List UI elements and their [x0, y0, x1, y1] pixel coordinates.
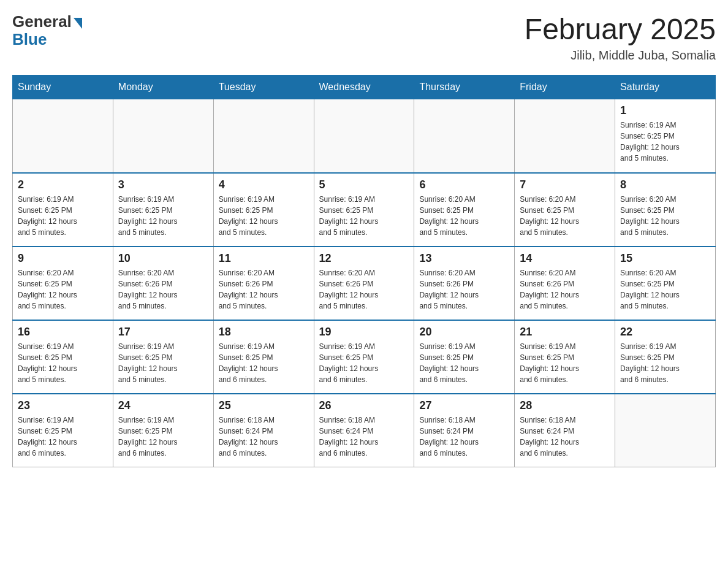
- table-row: 23Sunrise: 6:19 AM Sunset: 6:25 PM Dayli…: [13, 394, 113, 467]
- day-info: Sunrise: 6:19 AM Sunset: 6:25 PM Dayligh…: [219, 341, 309, 385]
- day-info: Sunrise: 6:20 AM Sunset: 6:25 PM Dayligh…: [620, 267, 710, 312]
- day-info: Sunrise: 6:20 AM Sunset: 6:25 PM Dayligh…: [620, 194, 710, 238]
- table-row: 24Sunrise: 6:19 AM Sunset: 6:25 PM Dayli…: [113, 394, 213, 467]
- location-text: Jilib, Middle Juba, Somalia: [525, 48, 716, 63]
- day-number: 12: [319, 252, 409, 265]
- day-info: Sunrise: 6:19 AM Sunset: 6:25 PM Dayligh…: [319, 194, 409, 238]
- table-row: [615, 394, 716, 467]
- logo: General Blue: [12, 12, 82, 49]
- col-tuesday: Tuesday: [213, 75, 314, 99]
- day-info: Sunrise: 6:19 AM Sunset: 6:25 PM Dayligh…: [18, 415, 108, 459]
- day-info: Sunrise: 6:20 AM Sunset: 6:25 PM Dayligh…: [18, 267, 108, 312]
- day-info: Sunrise: 6:19 AM Sunset: 6:25 PM Dayligh…: [118, 341, 208, 385]
- table-row: 13Sunrise: 6:20 AM Sunset: 6:26 PM Dayli…: [414, 247, 515, 320]
- logo-blue-text: Blue: [12, 30, 47, 49]
- day-info: Sunrise: 6:19 AM Sunset: 6:25 PM Dayligh…: [118, 415, 208, 459]
- table-row: 27Sunrise: 6:18 AM Sunset: 6:24 PM Dayli…: [414, 394, 515, 467]
- day-info: Sunrise: 6:18 AM Sunset: 6:24 PM Dayligh…: [319, 415, 409, 459]
- day-info: Sunrise: 6:19 AM Sunset: 6:25 PM Dayligh…: [520, 341, 610, 385]
- table-row: [515, 99, 615, 173]
- table-row: 14Sunrise: 6:20 AM Sunset: 6:26 PM Dayli…: [515, 247, 615, 320]
- table-row: [13, 99, 113, 173]
- day-number: 4: [219, 178, 309, 191]
- day-number: 2: [18, 178, 108, 191]
- day-number: 28: [520, 399, 610, 412]
- calendar-table: Sunday Monday Tuesday Wednesday Thursday…: [12, 75, 716, 467]
- table-row: 22Sunrise: 6:19 AM Sunset: 6:25 PM Dayli…: [615, 320, 716, 394]
- day-number: 11: [219, 252, 309, 265]
- col-sunday: Sunday: [13, 75, 113, 99]
- title-section: February 2025 Jilib, Middle Juba, Somali…: [525, 12, 716, 63]
- day-info: Sunrise: 6:18 AM Sunset: 6:24 PM Dayligh…: [520, 415, 610, 459]
- page-header: General Blue February 2025 Jilib, Middle…: [12, 12, 716, 63]
- day-number: 8: [620, 178, 710, 191]
- day-number: 13: [419, 252, 509, 265]
- table-row: 11Sunrise: 6:20 AM Sunset: 6:26 PM Dayli…: [213, 247, 314, 320]
- table-row: 6Sunrise: 6:20 AM Sunset: 6:25 PM Daylig…: [414, 173, 515, 247]
- col-monday: Monday: [113, 75, 213, 99]
- table-row: 9Sunrise: 6:20 AM Sunset: 6:25 PM Daylig…: [13, 247, 113, 320]
- table-row: 5Sunrise: 6:19 AM Sunset: 6:25 PM Daylig…: [314, 173, 414, 247]
- day-info: Sunrise: 6:19 AM Sunset: 6:25 PM Dayligh…: [18, 194, 108, 238]
- day-number: 7: [520, 178, 610, 191]
- table-row: [213, 99, 314, 173]
- day-number: 27: [419, 399, 509, 412]
- day-info: Sunrise: 6:20 AM Sunset: 6:26 PM Dayligh…: [219, 267, 309, 312]
- day-number: 15: [620, 252, 710, 265]
- table-row: 15Sunrise: 6:20 AM Sunset: 6:25 PM Dayli…: [615, 247, 716, 320]
- table-row: 10Sunrise: 6:20 AM Sunset: 6:26 PM Dayli…: [113, 247, 213, 320]
- table-row: 2Sunrise: 6:19 AM Sunset: 6:25 PM Daylig…: [13, 173, 113, 247]
- day-number: 14: [520, 252, 610, 265]
- col-thursday: Thursday: [414, 75, 515, 99]
- day-info: Sunrise: 6:20 AM Sunset: 6:26 PM Dayligh…: [319, 267, 409, 312]
- day-info: Sunrise: 6:20 AM Sunset: 6:26 PM Dayligh…: [118, 267, 208, 312]
- calendar-week-row: 16Sunrise: 6:19 AM Sunset: 6:25 PM Dayli…: [13, 320, 716, 394]
- day-number: 18: [219, 326, 309, 339]
- table-row: 28Sunrise: 6:18 AM Sunset: 6:24 PM Dayli…: [515, 394, 615, 467]
- day-number: 5: [319, 178, 409, 191]
- table-row: 19Sunrise: 6:19 AM Sunset: 6:25 PM Dayli…: [314, 320, 414, 394]
- table-row: 3Sunrise: 6:19 AM Sunset: 6:25 PM Daylig…: [113, 173, 213, 247]
- calendar-week-row: 23Sunrise: 6:19 AM Sunset: 6:25 PM Dayli…: [13, 394, 716, 467]
- day-info: Sunrise: 6:19 AM Sunset: 6:25 PM Dayligh…: [118, 194, 208, 238]
- day-info: Sunrise: 6:19 AM Sunset: 6:25 PM Dayligh…: [219, 194, 309, 238]
- table-row: 7Sunrise: 6:20 AM Sunset: 6:25 PM Daylig…: [515, 173, 615, 247]
- calendar-week-row: 9Sunrise: 6:20 AM Sunset: 6:25 PM Daylig…: [13, 247, 716, 320]
- day-number: 19: [319, 326, 409, 339]
- col-wednesday: Wednesday: [314, 75, 414, 99]
- day-number: 6: [419, 178, 509, 191]
- col-saturday: Saturday: [615, 75, 716, 99]
- table-row: 1Sunrise: 6:19 AM Sunset: 6:25 PM Daylig…: [615, 99, 716, 173]
- calendar-header-row: Sunday Monday Tuesday Wednesday Thursday…: [13, 75, 716, 99]
- table-row: 21Sunrise: 6:19 AM Sunset: 6:25 PM Dayli…: [515, 320, 615, 394]
- table-row: 25Sunrise: 6:18 AM Sunset: 6:24 PM Dayli…: [213, 394, 314, 467]
- day-number: 3: [118, 178, 208, 191]
- col-friday: Friday: [515, 75, 615, 99]
- day-info: Sunrise: 6:19 AM Sunset: 6:25 PM Dayligh…: [419, 341, 509, 385]
- day-info: Sunrise: 6:18 AM Sunset: 6:24 PM Dayligh…: [419, 415, 509, 459]
- day-info: Sunrise: 6:20 AM Sunset: 6:26 PM Dayligh…: [520, 267, 610, 312]
- logo-general-text: General: [12, 12, 72, 31]
- day-number: 20: [419, 326, 509, 339]
- day-number: 25: [219, 399, 309, 412]
- calendar-week-row: 1Sunrise: 6:19 AM Sunset: 6:25 PM Daylig…: [13, 99, 716, 173]
- day-number: 24: [118, 399, 208, 412]
- table-row: 16Sunrise: 6:19 AM Sunset: 6:25 PM Dayli…: [13, 320, 113, 394]
- table-row: [314, 99, 414, 173]
- day-number: 22: [620, 326, 710, 339]
- day-number: 23: [18, 399, 108, 412]
- calendar-week-row: 2Sunrise: 6:19 AM Sunset: 6:25 PM Daylig…: [13, 173, 716, 247]
- day-number: 16: [18, 326, 108, 339]
- day-info: Sunrise: 6:20 AM Sunset: 6:25 PM Dayligh…: [419, 194, 509, 238]
- table-row: 18Sunrise: 6:19 AM Sunset: 6:25 PM Dayli…: [213, 320, 314, 394]
- logo-arrow-icon: [74, 18, 82, 29]
- table-row: 8Sunrise: 6:20 AM Sunset: 6:25 PM Daylig…: [615, 173, 716, 247]
- table-row: 20Sunrise: 6:19 AM Sunset: 6:25 PM Dayli…: [414, 320, 515, 394]
- table-row: 12Sunrise: 6:20 AM Sunset: 6:26 PM Dayli…: [314, 247, 414, 320]
- day-number: 26: [319, 399, 409, 412]
- day-number: 21: [520, 326, 610, 339]
- day-info: Sunrise: 6:19 AM Sunset: 6:25 PM Dayligh…: [319, 341, 409, 385]
- day-number: 1: [620, 104, 710, 117]
- day-info: Sunrise: 6:19 AM Sunset: 6:25 PM Dayligh…: [620, 341, 710, 385]
- day-number: 9: [18, 252, 108, 265]
